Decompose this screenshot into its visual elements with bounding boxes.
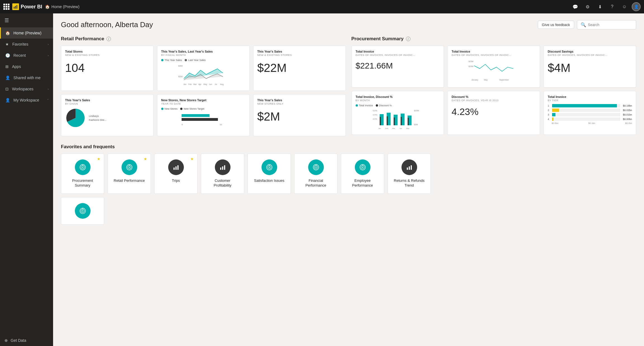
svg-text:$0M: $0M (414, 124, 418, 126)
sidebar-item-recent[interactable]: 🕐 Recent › (0, 50, 53, 61)
tier-1-label: 1 (548, 104, 550, 107)
app-logo: Power BI (12, 3, 42, 10)
pie-chart-svg (65, 107, 86, 128)
sidebar-myworkspace-label: My Workspace (13, 98, 39, 102)
card-total-invoice-line: Total Invoice DATES OF INVOICES, INVOICE… (447, 46, 540, 88)
waffle-icon[interactable] (3, 4, 9, 10)
favorites-section-header: Favorites and frequents (61, 144, 636, 150)
tier-x-1: $0.1bn (588, 122, 595, 124)
card-total-invoice-tier: Total Invoice BY TIER 1 $0.19bn (543, 91, 636, 135)
retail-info-icon[interactable]: i (106, 37, 111, 41)
favorites-section: Favorites and frequents ★ Procurement Su… (61, 144, 636, 225)
fav-card-extra[interactable] (61, 197, 104, 225)
get-data-label: Get Data (11, 338, 26, 343)
sidebar-item-apps[interactable]: ⊞ Apps (0, 61, 53, 72)
fav-card-financial[interactable]: Financial Performance (294, 154, 338, 194)
22m-title: This Year's Sales (257, 50, 342, 53)
main-content: Good afternoon, Alberta Day Give us feed… (53, 13, 644, 346)
feedback-button[interactable]: Give us feedback (538, 21, 574, 29)
legend-new-stores: New Stores (161, 107, 178, 110)
chat-icon-btn[interactable]: 💬 (570, 2, 580, 12)
breadcrumb: 🏠 Home (Preview) (45, 4, 79, 9)
sidebar-item-shared[interactable]: 👤 Shared with me (0, 72, 53, 83)
svg-text:$25M: $25M (469, 60, 474, 62)
retail-performance-section: Retail Performance i Total Stores NEW & … (61, 36, 346, 136)
gear-icon-btn[interactable]: ⚙ (583, 2, 593, 12)
fav-card-customer-profitability[interactable]: Customer Profitability (201, 154, 244, 194)
pie-labels: Lindseys Fashions Dire... (89, 115, 106, 121)
fav-label-trips: Trips (172, 178, 180, 183)
svg-point-61 (269, 167, 270, 168)
hamburger-menu[interactable]: ☰ (0, 13, 53, 27)
tier-2-fill (552, 109, 559, 112)
retail-section-header: Retail Performance i (61, 36, 346, 42)
svg-text:10: 10 (220, 123, 222, 126)
favorites-chevron-icon: › (48, 43, 49, 46)
svg-text:5.0%: 5.0% (372, 110, 377, 112)
total-invoice-tier-title: Total Invoice (548, 95, 632, 98)
svg-text:Apr: Apr (198, 83, 202, 86)
tier-1-value: $0.19bn (622, 104, 632, 107)
svg-rect-15 (182, 114, 210, 117)
discount-legend: Total Invoice Discount % (356, 104, 440, 107)
svg-text:September: September (499, 79, 509, 81)
recent-nav-icon: 🕐 (5, 53, 10, 58)
svg-point-65 (315, 167, 317, 168)
fav-card-retail-performance[interactable]: ★ Retail Performance (108, 154, 151, 194)
total-stores-title: Total Stores (65, 50, 149, 53)
fav-card-employee[interactable]: Employee Performance (341, 154, 384, 194)
svg-rect-16 (182, 118, 218, 121)
search-input[interactable] (588, 23, 633, 27)
svg-point-51 (129, 167, 130, 168)
discount-pct-subtitle: DATES OF INVOICES. YEAR IS 2013 (451, 99, 536, 102)
22m-value: $22M (257, 62, 342, 74)
procurement-cards-grid: Total Invoice DATES OF INVOICES, INVOICE… (351, 46, 636, 135)
fav-card-satisfaction[interactable]: Satisfaction Issues (248, 154, 291, 194)
legend-this-year: This Year Sales (161, 59, 182, 62)
avatar[interactable]: 👤 (632, 2, 641, 11)
svg-rect-53 (175, 166, 177, 170)
download-icon-btn[interactable]: ⬇ (595, 2, 605, 12)
procurement-info-icon[interactable]: i (406, 37, 410, 41)
discount-savings-title: Discount Savings (548, 50, 632, 53)
sidebar-item-workspaces-left: ⊡ Workspaces (5, 87, 34, 91)
card-discount-pct: Discount % DATES OF INVOICES. YEAR IS 20… (447, 91, 540, 135)
discount-savings-value: $4M (548, 62, 632, 74)
sidebar-item-workspaces[interactable]: ⊡ Workspaces › (0, 83, 53, 95)
fav-card-returns[interactable]: Returns & Refunds Trend (388, 154, 431, 194)
tier-x-0: $0.0bn (552, 122, 558, 124)
fav-icon-trips (168, 159, 184, 175)
svg-text:Mar: Mar (392, 128, 395, 129)
fav-card-trips[interactable]: ★ Trips (154, 154, 198, 194)
sidebar-item-favorites[interactable]: ★ Favorites › (0, 39, 53, 50)
tier-4-value: $0.00bn (622, 118, 632, 121)
total-invoice-line-title: Total Invoice (451, 50, 536, 53)
search-box: 🔍 (577, 20, 636, 29)
svg-text:May: May (484, 79, 488, 81)
tier-3-fill (552, 113, 555, 116)
tier-bars: 1 $0.19bn 2 $0.0 (548, 104, 632, 124)
sidebar-item-home[interactable]: 🏠 Home (Preview) (0, 27, 53, 39)
recent-chevron-icon: › (48, 54, 49, 57)
sidebar-home-label: Home (Preview) (13, 31, 41, 35)
tier-bar-1: 1 $0.19bn (548, 104, 632, 107)
svg-rect-30 (379, 117, 381, 125)
svg-point-47 (82, 167, 83, 168)
fav-card-procurement-summary[interactable]: ★ Procurement Summary (61, 154, 104, 194)
help-icon-btn[interactable]: ? (607, 2, 617, 12)
sidebar-item-favorites-left: ★ Favorites (5, 42, 28, 46)
retail-section-title: Retail Performance (61, 36, 104, 42)
get-data-icon: ⊕ (4, 338, 8, 343)
2m-value: $2M (257, 111, 342, 123)
new-stores-subtitle: YEAR TO DATE (161, 102, 246, 105)
sidebar-get-data[interactable]: ⊕ Get Data (0, 335, 53, 346)
svg-text:$2M: $2M (178, 75, 183, 78)
smiley-icon-btn[interactable]: ☺ (619, 2, 629, 12)
sidebar-item-home-left: 🏠 Home (Preview) (5, 31, 41, 35)
svg-text:0: 0 (182, 123, 183, 126)
card-fiscal-sales: This Year's Sales, Last Year's Sales BY … (157, 46, 250, 91)
svg-text:Jan: Jan (183, 83, 186, 85)
svg-rect-38 (407, 118, 408, 125)
sidebar-item-myworkspace[interactable]: 👤 My Workspace ˅ (0, 95, 53, 106)
tier-3-value: $0.01bn (622, 113, 632, 116)
